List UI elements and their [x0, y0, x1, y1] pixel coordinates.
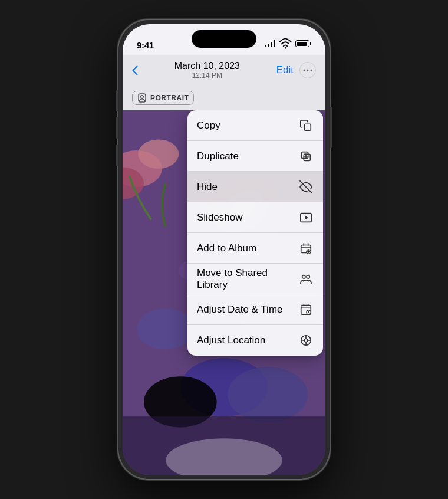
menu-item-slideshow[interactable]: Slideshow [187, 202, 323, 233]
battery-icon [295, 40, 311, 47]
more-button[interactable] [299, 62, 316, 78]
duplicate-icon [298, 149, 314, 164]
svg-marker-30 [305, 215, 308, 219]
svg-point-3 [310, 70, 312, 71]
svg-point-2 [307, 70, 308, 71]
menu-item-add-to-album[interactable]: Add to Album [187, 233, 323, 264]
portrait-label: PORTRAIT [150, 94, 189, 102]
nav-center: March 10, 2023 12:14 PM [174, 61, 240, 80]
hide-icon [298, 179, 314, 195]
nav-actions: Edit [276, 62, 316, 78]
menu-item-copy[interactable]: Copy [187, 110, 323, 141]
nav-title: March 10, 2023 [174, 61, 240, 71]
location-icon [298, 333, 314, 348]
navigation-bar: March 10, 2023 12:14 PM Edit [123, 55, 325, 86]
portrait-icon [137, 93, 147, 103]
svg-point-36 [307, 275, 310, 278]
phone-screen: 9:41 [123, 24, 325, 475]
context-menu: Copy Duplicate [187, 110, 323, 356]
svg-rect-24 [304, 124, 311, 130]
photo-bar: PORTRAIT [123, 86, 325, 110]
calendar-icon [298, 302, 314, 317]
portrait-badge: PORTRAIT [132, 91, 194, 105]
edit-button[interactable]: Edit [276, 64, 294, 76]
menu-item-hide[interactable]: Hide [187, 172, 323, 202]
add-album-icon [298, 241, 314, 256]
status-icons [265, 37, 311, 50]
menu-label-hide: Hide [197, 181, 218, 193]
menu-label-adjust-location: Adjust Location [197, 334, 265, 346]
phone-device: 9:41 [118, 19, 330, 480]
context-menu-overlay: Copy Duplicate [123, 110, 325, 475]
signal-icon [265, 40, 275, 47]
wifi-icon [279, 37, 292, 50]
status-time: 9:41 [137, 40, 154, 50]
menu-item-adjust-location[interactable]: Adjust Location [187, 325, 323, 356]
copy-icon [298, 118, 314, 133]
nav-subtitle: 12:14 PM [174, 71, 240, 80]
menu-item-adjust-date[interactable]: Adjust Date & Time [187, 294, 323, 325]
menu-label-move-shared: Move to Shared Library [197, 267, 299, 291]
menu-label-copy: Copy [197, 120, 220, 132]
svg-point-40 [304, 339, 308, 342]
menu-label-add-to-album: Add to Album [197, 242, 256, 254]
status-bar: 9:41 [123, 24, 325, 55]
svg-point-1 [303, 70, 305, 71]
menu-label-duplicate: Duplicate [197, 150, 239, 162]
svg-point-0 [285, 47, 286, 49]
svg-point-35 [302, 275, 306, 278]
slideshow-icon [298, 210, 314, 225]
dynamic-island [192, 30, 256, 48]
menu-label-slideshow: Slideshow [197, 212, 243, 224]
main-content: Copy Duplicate [123, 110, 325, 475]
menu-label-adjust-date: Adjust Date & Time [197, 304, 283, 316]
shared-library-icon [299, 271, 314, 287]
back-button[interactable] [132, 65, 138, 75]
svg-rect-25 [304, 154, 310, 160]
menu-item-duplicate[interactable]: Duplicate [187, 141, 323, 172]
menu-item-move-shared[interactable]: Move to Shared Library [187, 264, 323, 294]
svg-rect-26 [302, 152, 308, 158]
svg-point-5 [141, 96, 144, 99]
